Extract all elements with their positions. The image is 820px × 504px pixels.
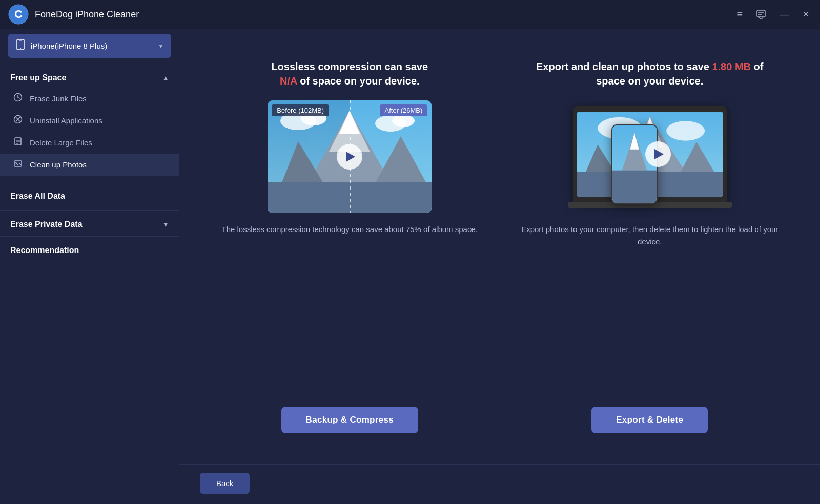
svg-rect-2 <box>757 10 765 17</box>
section-title-recommendation: Recommendation <box>10 246 79 255</box>
chevron-down-icon-private: ▼ <box>162 220 169 228</box>
chat-button[interactable] <box>754 7 768 22</box>
section-title-erase-private: Erase Private Data <box>10 220 83 229</box>
content-inner: Lossless compression can saveN/A of spac… <box>179 29 820 464</box>
sidebar-item-clean-photos[interactable]: Clean up Photos <box>0 154 179 176</box>
close-button[interactable]: ✕ <box>800 7 812 22</box>
photos-icon <box>12 159 24 171</box>
clean-photos-label: Clean up Photos <box>30 160 87 169</box>
device-name: iPhone(iPhone 8 Plus) <box>31 41 153 50</box>
card-container: Lossless compression can saveN/A of spac… <box>200 44 799 449</box>
sidebar-item-delete-large[interactable]: Delete Large Files <box>0 132 179 154</box>
divider-2 <box>0 210 179 211</box>
device-mockup <box>568 100 732 213</box>
device-selector[interactable]: iPhone(iPhone 8 Plus) ▼ <box>8 34 171 58</box>
export-headline: Export and clean up photos to save 1.80 … <box>521 59 780 88</box>
uninstall-apps-label: Uninstall Applications <box>30 116 102 125</box>
svg-point-6 <box>20 48 21 49</box>
play-button-compress[interactable] <box>337 144 362 170</box>
svg-point-23 <box>392 115 415 127</box>
export-delete-button[interactable]: Export & Delete <box>591 407 708 433</box>
window-controls: ≡ — ✕ <box>735 7 812 22</box>
after-label: After (26MB) <box>380 104 428 116</box>
sidebar-section-recommendation[interactable]: Recommendation <box>0 239 179 262</box>
divider-3 <box>0 236 179 237</box>
content-area: Lossless compression can saveN/A of spac… <box>179 29 820 504</box>
before-label: Before (102MB) <box>272 104 329 116</box>
clock-icon <box>12 93 24 104</box>
compress-description: The lossless compression technology can … <box>222 223 478 392</box>
sidebar-item-uninstall-apps[interactable]: Uninstall Applications <box>0 110 179 132</box>
svg-rect-12 <box>15 138 21 145</box>
chevron-down-icon: ▼ <box>158 43 164 50</box>
chevron-up-icon: ▲ <box>162 74 169 82</box>
sidebar-section-erase-private[interactable]: Erase Private Data ▼ <box>0 213 179 234</box>
section-title-free-up-space: Free up Space <box>10 73 66 82</box>
divider-1 <box>0 182 179 182</box>
svg-text:C: C <box>14 8 23 20</box>
export-description: Export photos to your computer, then del… <box>521 223 780 392</box>
compress-card: Lossless compression can saveN/A of spac… <box>200 44 500 449</box>
backup-compress-button[interactable]: Backup & Compress <box>281 407 418 433</box>
svg-point-32 <box>666 121 705 141</box>
export-card: Export and clean up photos to save 1.80 … <box>500 44 800 449</box>
section-header-free-up-space[interactable]: Free up Space ▲ <box>0 66 179 88</box>
svg-rect-16 <box>14 161 22 166</box>
compress-preview: Before (102MB) After (26MB) <box>268 100 432 213</box>
sidebar: iPhone(iPhone 8 Plus) ▼ Free up Space ▲ … <box>0 29 179 504</box>
file-icon <box>12 137 24 149</box>
app-title: FoneDog iPhone Cleaner <box>35 9 735 20</box>
main-layout: iPhone(iPhone 8 Plus) ▼ Free up Space ▲ … <box>0 29 820 504</box>
compress-headline: Lossless compression can saveN/A of spac… <box>271 59 428 88</box>
back-button[interactable]: Back <box>200 473 250 494</box>
uninstall-icon <box>12 115 24 127</box>
menu-button[interactable]: ≡ <box>735 7 745 22</box>
titlebar: C FoneDog iPhone Cleaner ≡ — ✕ <box>0 0 820 29</box>
play-button-export[interactable] <box>645 141 671 167</box>
bottom-bar: Back <box>179 464 820 504</box>
app-logo: C <box>8 4 29 25</box>
device-icon <box>15 39 26 53</box>
sidebar-section-free-up-space: Free up Space ▲ Erase Junk Files <box>0 66 179 180</box>
sidebar-section-erase-all[interactable]: Erase All Data <box>0 184 179 208</box>
section-title-erase-all: Erase All Data <box>10 192 65 200</box>
erase-junk-label: Erase Junk Files <box>30 94 87 103</box>
sidebar-item-erase-junk[interactable]: Erase Junk Files <box>0 88 179 110</box>
delete-large-label: Delete Large Files <box>30 138 92 147</box>
minimize-button[interactable]: — <box>777 7 791 22</box>
svg-rect-42 <box>612 171 657 203</box>
